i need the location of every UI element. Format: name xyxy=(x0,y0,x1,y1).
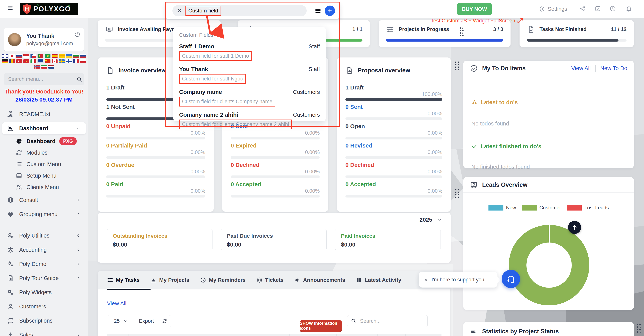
drag-handle[interactable] xyxy=(454,61,460,71)
todo-view-all-link[interactable]: View All xyxy=(571,65,591,71)
sidebar-toggle-icon[interactable] xyxy=(7,4,14,11)
flag-italy[interactable] xyxy=(30,59,36,63)
scroll-to-top-button[interactable] xyxy=(568,221,581,234)
sidebar-item-poly-widgets[interactable]: Poly Widgets xyxy=(2,285,86,299)
quick-add-button[interactable] xyxy=(325,5,335,16)
notifications-bell-icon[interactable] xyxy=(626,5,632,12)
search-result-item[interactable]: You Thank Staff Custom field for staff N… xyxy=(179,66,320,84)
flag-turkey[interactable] xyxy=(16,59,22,63)
sidebar-item-poly-utilities[interactable]: Poly Utilities xyxy=(2,228,86,243)
buy-now-button[interactable]: BUY NOW xyxy=(457,3,492,15)
stat-card-tasks-not-finished[interactable]: Tasks Not Finished 11 / 12 xyxy=(520,20,634,47)
flag-united-kingdom[interactable] xyxy=(2,54,8,58)
app-logo[interactable]: x B q H POLYXGO xyxy=(20,3,78,15)
fullscreen-expand-icon[interactable] xyxy=(517,17,524,24)
tab-my-projects[interactable]: My Projects xyxy=(150,277,189,283)
sidebar-item-poly-demo[interactable]: Poly Demo xyxy=(2,257,86,271)
flag-canada[interactable] xyxy=(52,59,58,63)
refresh-button[interactable] xyxy=(158,315,171,327)
past-due-invoices-box[interactable]: Past Due Invoices $0.00 xyxy=(221,229,326,250)
legend-item-lost-leads[interactable]: Lost Leads xyxy=(567,205,609,211)
global-search-field[interactable]: Custom field xyxy=(172,5,307,16)
sidebar-item-dashboard[interactable]: Dashboard PXG xyxy=(2,136,86,147)
timesheet-clock-icon[interactable] xyxy=(610,5,616,12)
legend-item-new[interactable]: New xyxy=(488,205,516,211)
global-search-input[interactable]: Custom field xyxy=(186,6,221,16)
tasks-icon[interactable] xyxy=(594,5,601,12)
flag-france[interactable] xyxy=(73,59,79,63)
leads-donut-chart[interactable] xyxy=(509,225,589,305)
close-icon[interactable] xyxy=(424,277,428,282)
share-icon[interactable] xyxy=(580,5,586,12)
sidebar-item-clients-menu[interactable]: Clients Menu xyxy=(2,181,86,193)
settings-button[interactable]: Settings xyxy=(538,5,567,13)
flag-romania[interactable] xyxy=(9,59,15,63)
popup-menu-icon[interactable] xyxy=(315,7,321,14)
flag-catalonia[interactable] xyxy=(59,54,65,58)
paid-invoices-box[interactable]: Paid Invoices $0.00 xyxy=(335,229,441,250)
flag-iran[interactable] xyxy=(41,65,47,69)
flag-czechia[interactable] xyxy=(30,54,36,58)
support-bubble[interactable]: I'm here to support you! xyxy=(419,272,498,288)
tab-tickets[interactable]: Tickets xyxy=(256,277,284,283)
card-title: Leads Overview xyxy=(482,181,528,188)
sidebar-item-dashboard-group[interactable]: Dashboard xyxy=(2,122,86,134)
sidebar-search-input[interactable] xyxy=(8,76,76,82)
flag-norway[interactable] xyxy=(34,65,40,69)
sidebar-item-grouping-menu[interactable]: Grouping menu xyxy=(2,207,86,221)
tab-announcements[interactable]: Announcements xyxy=(294,277,345,283)
view-all-link[interactable]: View All xyxy=(107,300,126,307)
search-icon[interactable] xyxy=(76,76,82,82)
flag-ukraine[interactable] xyxy=(66,54,72,58)
flag-russia[interactable] xyxy=(80,54,86,58)
drag-handle[interactable] xyxy=(459,27,464,37)
flag-netherlands[interactable] xyxy=(48,65,54,69)
drag-handle[interactable] xyxy=(454,188,460,198)
flag-slovakia[interactable] xyxy=(16,54,22,58)
flag-germany[interactable] xyxy=(2,59,8,63)
drag-handle[interactable] xyxy=(636,323,641,333)
sidebar-item-sales[interactable]: Sales xyxy=(2,328,86,336)
flag-poland[interactable] xyxy=(80,59,86,63)
new-todo-link[interactable]: New To Do xyxy=(600,65,627,71)
search-result-item[interactable]: Company name Customers Custom field for … xyxy=(179,89,320,107)
sidebar-item-poly-tour-guide[interactable]: Poly Tour Guide xyxy=(2,271,86,285)
sidebar-item-setup-menu[interactable]: Setup Menu xyxy=(2,170,86,181)
tab-latest-activity[interactable]: Latest Activity xyxy=(356,277,401,283)
sidebar-item-label: Clients Menu xyxy=(26,184,59,190)
search-result-item[interactable]: Staff 1 Demo Staff Custom field for staf… xyxy=(179,43,320,61)
sidebar-item-custom-menu[interactable]: Custom Menu xyxy=(2,159,86,170)
legend-item-customer[interactable]: Customer xyxy=(522,205,561,211)
show-information-icons-button[interactable]: SHOW information icons xyxy=(300,320,342,332)
export-button[interactable]: Export xyxy=(135,315,158,327)
sidebar-item-subscriptions[interactable]: Subscriptions xyxy=(2,314,86,328)
logout-power-icon[interactable] xyxy=(74,31,80,38)
stat-card-projects-in-progress[interactable]: Projects In Progress 3 / 3 xyxy=(379,20,510,47)
flag-finland[interactable] xyxy=(66,59,72,63)
user-card[interactable]: You Thank polyxgo@gmail.com xyxy=(4,28,84,51)
tab-my-reminders[interactable]: My Reminders xyxy=(200,277,246,283)
search-result-item[interactable]: Comany name 2 ahihi Customers Custom fie… xyxy=(179,112,320,129)
flag-sweden[interactable] xyxy=(59,59,65,63)
sidebar-item-modules[interactable]: Modules xyxy=(2,147,86,159)
sidebar-item-accounting[interactable]: Accounting xyxy=(2,243,86,257)
flag-brazil[interactable] xyxy=(45,54,50,58)
sidebar-item-customers[interactable]: Customers xyxy=(2,299,86,314)
flag-portugal[interactable] xyxy=(38,54,43,58)
flag-spain[interactable] xyxy=(52,54,58,58)
outstanding-invoices-box[interactable]: Outstanding Invoices $0.00 xyxy=(107,229,212,250)
year-selector[interactable]: 2025 xyxy=(420,216,442,223)
flag-indonesia[interactable] xyxy=(24,54,29,58)
tab-my-tasks[interactable]: My Tasks xyxy=(107,277,140,283)
clear-search-icon[interactable] xyxy=(176,7,183,14)
flag-greece[interactable] xyxy=(38,59,43,63)
sidebar-item-readme[interactable]: README.txt xyxy=(2,107,86,121)
support-chat-button[interactable] xyxy=(502,270,520,288)
flag-bulgaria[interactable] xyxy=(73,54,79,58)
flag-japan[interactable] xyxy=(9,54,15,58)
sidebar-item-consult[interactable]: Consult xyxy=(2,193,86,207)
flag-vietnam[interactable] xyxy=(24,59,29,63)
flag-china[interactable] xyxy=(45,59,50,63)
table-search-input[interactable] xyxy=(360,318,428,324)
page-size-select[interactable]: 25 xyxy=(107,315,135,327)
